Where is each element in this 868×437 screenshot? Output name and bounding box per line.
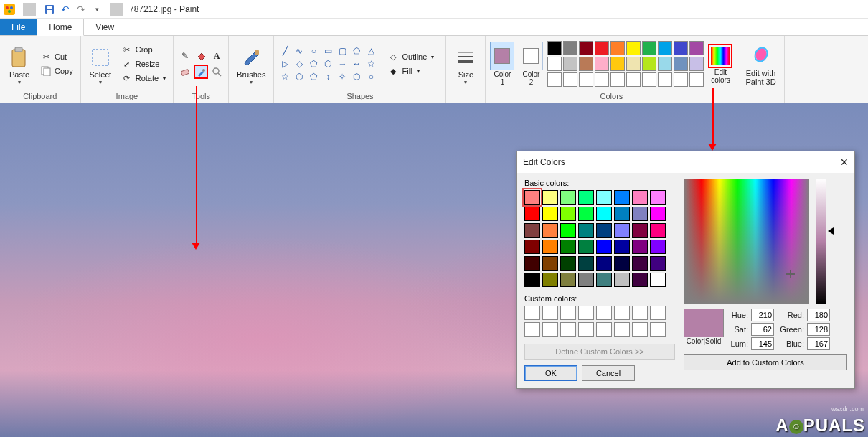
basic-color[interactable]: [650, 273, 666, 287]
custom-color-slot[interactable]: [542, 306, 558, 320]
basic-color[interactable]: [596, 240, 612, 254]
basic-color[interactable]: [578, 207, 594, 221]
custom-color-slot[interactable]: [542, 322, 558, 337]
basic-color[interactable]: [560, 207, 576, 221]
palette-color[interactable]: [547, 57, 562, 71]
blue-input[interactable]: [807, 337, 830, 350]
color2-button[interactable]: [519, 42, 543, 70]
fill-tool[interactable]: [194, 49, 208, 63]
custom-color-slot[interactable]: [578, 322, 594, 337]
basic-color[interactable]: [542, 223, 558, 238]
basic-color[interactable]: [560, 273, 576, 287]
basic-color[interactable]: [632, 190, 648, 205]
palette-color[interactable]: [595, 72, 609, 87]
basic-color[interactable]: [632, 240, 648, 254]
basic-color[interactable]: [650, 240, 666, 254]
custom-color-slot[interactable]: [632, 306, 648, 320]
palette-color[interactable]: [674, 57, 688, 71]
basic-color[interactable]: [614, 223, 630, 238]
sat-input[interactable]: [751, 323, 774, 336]
luminance-slider[interactable]: [816, 179, 826, 304]
palette-color[interactable]: [626, 72, 641, 87]
paint3d-button[interactable]: Edit with Paint 3D: [742, 41, 779, 87]
define-custom-colors-button[interactable]: Define Custom Colors >>: [524, 344, 675, 360]
palette-color[interactable]: [658, 57, 672, 71]
basic-color[interactable]: [632, 207, 648, 221]
edit-colors-button[interactable]: [708, 44, 732, 68]
palette-color[interactable]: [579, 57, 593, 71]
basic-color[interactable]: [524, 207, 540, 221]
palette-color[interactable]: [689, 72, 704, 87]
palette-color[interactable]: [689, 41, 704, 55]
custom-color-slot[interactable]: [596, 306, 612, 320]
palette-color[interactable]: [595, 41, 609, 55]
basic-color[interactable]: [578, 256, 594, 271]
basic-color[interactable]: [542, 256, 558, 271]
basic-color[interactable]: [650, 207, 666, 221]
custom-color-slot[interactable]: [632, 322, 648, 337]
palette-color[interactable]: [642, 72, 656, 87]
custom-color-slot[interactable]: [524, 306, 540, 320]
redo-icon[interactable]: ↷: [75, 3, 88, 16]
basic-color[interactable]: [524, 273, 540, 287]
custom-color-slot[interactable]: [650, 306, 666, 320]
resize-button[interactable]: ⤢Resize: [118, 57, 169, 70]
color-palette[interactable]: [547, 41, 704, 87]
basic-color[interactable]: [560, 256, 576, 271]
eraser-tool[interactable]: [178, 65, 192, 79]
basic-color[interactable]: [650, 256, 666, 271]
select-button[interactable]: Select ▾: [85, 42, 115, 86]
basic-color[interactable]: [542, 190, 558, 205]
basic-color[interactable]: [560, 223, 576, 238]
basic-color[interactable]: [614, 273, 630, 287]
basic-color[interactable]: [542, 207, 558, 221]
palette-color[interactable]: [674, 41, 688, 55]
shape-fill-button[interactable]: ◆Fill▾: [385, 65, 437, 77]
tab-view[interactable]: View: [84, 19, 126, 35]
basic-color[interactable]: [542, 273, 558, 287]
qat-dropdown-icon[interactable]: ▾: [90, 3, 103, 16]
magnifier-tool[interactable]: [209, 65, 224, 79]
custom-color-slot[interactable]: [524, 322, 540, 337]
basic-color[interactable]: [524, 256, 540, 271]
red-input[interactable]: [807, 309, 830, 321]
palette-color[interactable]: [610, 72, 625, 87]
palette-color[interactable]: [689, 57, 704, 71]
palette-color[interactable]: [563, 41, 577, 55]
basic-color[interactable]: [578, 240, 594, 254]
palette-color[interactable]: [658, 72, 672, 87]
rotate-button[interactable]: ⟳Rotate▾: [118, 72, 169, 85]
basic-color[interactable]: [614, 256, 630, 271]
basic-color[interactable]: [632, 273, 648, 287]
basic-color[interactable]: [650, 223, 666, 238]
color-gradient-picker[interactable]: [684, 179, 809, 304]
palette-color[interactable]: [563, 57, 577, 71]
lum-input[interactable]: [751, 337, 774, 350]
size-button[interactable]: Size ▾: [450, 42, 481, 86]
save-icon[interactable]: [43, 3, 56, 16]
palette-color[interactable]: [626, 41, 641, 55]
palette-color[interactable]: [563, 72, 577, 87]
shape-outline-button[interactable]: ◇Outline▾: [385, 50, 437, 63]
palette-color[interactable]: [626, 57, 641, 71]
add-to-custom-colors-button[interactable]: Add to Custom Colors: [684, 354, 847, 370]
basic-color[interactable]: [560, 190, 576, 205]
custom-color-slot[interactable]: [614, 322, 630, 337]
cut-button[interactable]: ✂Cut: [37, 50, 76, 63]
basic-color[interactable]: [596, 256, 612, 271]
palette-color[interactable]: [610, 57, 625, 71]
palette-color[interactable]: [579, 72, 593, 87]
palette-color[interactable]: [642, 57, 656, 71]
close-icon[interactable]: ✕: [840, 156, 849, 168]
basic-color[interactable]: [596, 273, 612, 287]
dialog-titlebar[interactable]: Edit Colors ✕: [517, 151, 854, 173]
basic-color[interactable]: [578, 223, 594, 238]
palette-color[interactable]: [547, 41, 562, 55]
custom-color-slot[interactable]: [560, 306, 576, 320]
paste-button[interactable]: Paste ▾: [4, 42, 34, 86]
custom-color-slot[interactable]: [650, 322, 666, 337]
pencil-tool[interactable]: ✎: [178, 49, 192, 63]
text-tool[interactable]: A: [209, 49, 224, 63]
undo-icon[interactable]: ↶: [59, 3, 72, 16]
color-picker-tool[interactable]: [194, 65, 208, 79]
